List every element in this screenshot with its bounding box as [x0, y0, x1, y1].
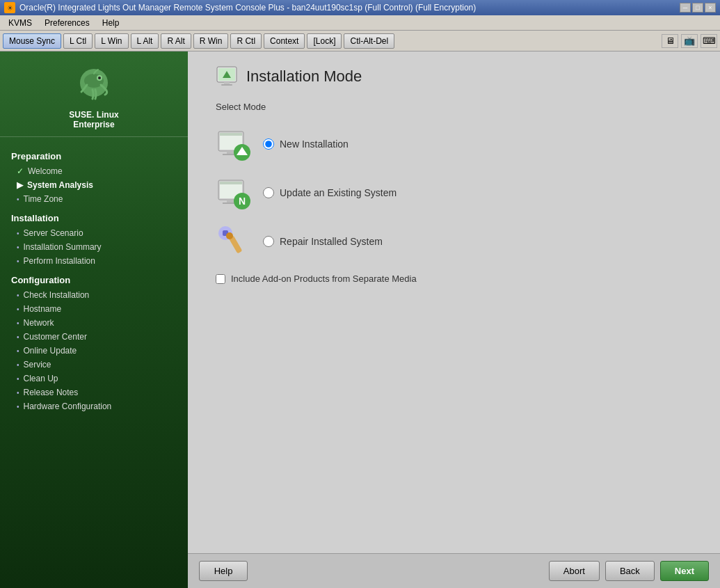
monitor-icon[interactable]: 🖥: [662, 34, 678, 48]
sidebar-item-clean-up[interactable]: • Clean Up: [0, 372, 188, 386]
toolbar-btn-r-alt[interactable]: R Alt: [161, 33, 191, 49]
sidebar-item-network[interactable]: • Network: [0, 316, 188, 330]
sidebar-section-configuration: Configuration • Check Installation • Hos…: [0, 268, 188, 413]
keyboard-icon[interactable]: ⌨: [701, 34, 717, 48]
sidebar-item-customer-center[interactable]: • Customer Center: [0, 330, 188, 344]
service-label: Service: [24, 360, 51, 370]
sidebar-item-hostname[interactable]: • Hostname: [0, 302, 188, 316]
bullet-icon: •: [17, 257, 19, 265]
toolbar-btn-mouse-sync[interactable]: Mouse Sync: [3, 33, 61, 49]
display-icon[interactable]: 📺: [681, 34, 698, 48]
select-mode-label: Select Mode: [216, 102, 692, 112]
svg-rect-6: [224, 82, 230, 84]
sidebar-item-service[interactable]: • Service: [0, 358, 188, 372]
toolbar-btn-r-win[interactable]: R Win: [193, 33, 229, 49]
release-notes-label: Release Notes: [24, 388, 79, 397]
toolbar: Mouse SyncL CtlL WinL AltR AltR WinR Ctl…: [0, 31, 720, 51]
content-area: Installation Mode Select Mode: [188, 51, 720, 588]
toolbar-btn-ctl-alt-del[interactable]: Ctl-Alt-Del: [344, 33, 394, 49]
sidebar: SUSE. Linux Enterprise Preparation ✓ Wel…: [0, 51, 188, 588]
sidebar-item-perform-installation[interactable]: • Perform Installation: [0, 254, 188, 268]
online-update-label: Online Update: [24, 346, 77, 356]
sidebar-item-server-scenario[interactable]: • Server Scenario: [0, 226, 188, 240]
mode-update-system: N Update an Existing System: [216, 175, 692, 211]
perform-installation-label: Perform Installation: [24, 256, 95, 266]
svg-rect-11: [220, 133, 242, 136]
bullet-icon: •: [17, 292, 19, 299]
svg-text:N: N: [239, 196, 246, 207]
sidebar-item-system-analysis[interactable]: ▶ System Analysis: [0, 178, 188, 192]
repair-system-radio[interactable]: [263, 236, 274, 247]
timezone-label: Time Zone: [24, 194, 63, 204]
addon-row: Include Add-on Products from Separate Me…: [216, 273, 692, 284]
mode-new-installation: New Installation: [216, 126, 692, 162]
main-layout: SUSE. Linux Enterprise Preparation ✓ Wel…: [0, 51, 720, 588]
addon-label[interactable]: Include Add-on Products from Separate Me…: [231, 273, 417, 284]
repair-system-label[interactable]: Repair Installed System: [263, 236, 383, 247]
svg-point-26: [226, 232, 233, 239]
update-system-radio[interactable]: [263, 187, 274, 198]
network-label: Network: [24, 318, 54, 328]
bullet-icon: •: [17, 333, 19, 341]
sidebar-item-hardware-configuration[interactable]: • Hardware Configuration: [0, 399, 188, 413]
help-button[interactable]: Help: [199, 561, 248, 581]
hostname-label: Hostname: [24, 304, 62, 314]
new-installation-radio[interactable]: [263, 138, 274, 150]
toolbar-btn--lock-[interactable]: [Lock]: [307, 33, 342, 49]
menubar: KVMSPreferencesHelp: [0, 15, 720, 31]
new-installation-label[interactable]: New Installation: [263, 138, 349, 150]
check-icon: ✓: [17, 166, 24, 176]
hardware-configuration-label: Hardware Configuration: [24, 402, 112, 411]
sidebar-section-installation: Installation • Server Scenario • Install…: [0, 206, 188, 268]
bullet-icon: •: [17, 319, 19, 327]
installation-title: Installation: [0, 209, 188, 226]
svg-rect-7: [221, 84, 232, 86]
menu-item-kvms[interactable]: KVMS: [3, 17, 38, 29]
menu-item-help[interactable]: Help: [97, 17, 125, 29]
page-header: Installation Mode: [216, 65, 692, 88]
toolbar-btn-l-ctl[interactable]: L Ctl: [63, 33, 93, 49]
suse-logo: [73, 65, 115, 107]
menu-item-preferences[interactable]: Preferences: [39, 17, 95, 29]
sidebar-section-preparation: Preparation ✓ Welcome ▶ System Analysis …: [0, 144, 188, 206]
bullet-icon: •: [17, 305, 19, 313]
minimize-button[interactable]: ─: [680, 3, 691, 13]
sidebar-item-timezone[interactable]: • Time Zone: [0, 192, 188, 206]
titlebar: ☀ Oracle(R) Integrated Lights Out Manage…: [0, 0, 720, 15]
sidebar-item-welcome[interactable]: ✓ Welcome: [0, 164, 188, 178]
bullet-icon: •: [17, 230, 19, 237]
addon-checkbox[interactable]: [216, 274, 225, 284]
system-analysis-label: System Analysis: [27, 180, 93, 190]
sidebar-item-check-installation[interactable]: • Check Installation: [0, 288, 188, 302]
customer-center-label: Customer Center: [24, 332, 87, 342]
close-button[interactable]: ×: [705, 3, 716, 13]
sidebar-item-online-update[interactable]: • Online Update: [0, 344, 188, 358]
arrow-icon: ▶: [17, 180, 23, 190]
sidebar-item-installation-summary[interactable]: • Installation Summary: [0, 240, 188, 254]
maximize-button[interactable]: □: [692, 3, 703, 13]
next-button[interactable]: Next: [660, 561, 709, 581]
bullet-icon: •: [17, 403, 19, 411]
toolbar-btn-l-win[interactable]: L Win: [95, 33, 128, 49]
welcome-label: Welcome: [28, 166, 63, 176]
bullet-icon: •: [17, 196, 19, 203]
toolbar-btn-r-ctl[interactable]: R Ctl: [230, 33, 262, 49]
titlebar-icon: ☀: [4, 2, 15, 13]
back-button[interactable]: Back: [605, 561, 655, 581]
toolbar-btn-l-alt[interactable]: L Alt: [131, 33, 159, 49]
bottom-buttons-right: Abort Back Next: [549, 561, 709, 581]
installation-mode-icon: [216, 65, 238, 88]
new-installation-icon: [216, 126, 252, 162]
server-scenario-label: Server Scenario: [24, 228, 83, 238]
update-system-label[interactable]: Update an Existing System: [263, 187, 397, 198]
configuration-title: Configuration: [0, 271, 188, 288]
check-installation-label: Check Installation: [24, 290, 90, 300]
preparation-title: Preparation: [0, 147, 188, 164]
update-system-icon: N: [216, 175, 252, 211]
mode-section: Select Mode: [216, 102, 692, 284]
abort-button[interactable]: Abort: [549, 561, 600, 581]
toolbar-btn-context[interactable]: Context: [264, 33, 305, 49]
bullet-icon: •: [17, 375, 19, 383]
sidebar-item-release-notes[interactable]: • Release Notes: [0, 386, 188, 399]
bullet-icon: •: [17, 244, 19, 251]
